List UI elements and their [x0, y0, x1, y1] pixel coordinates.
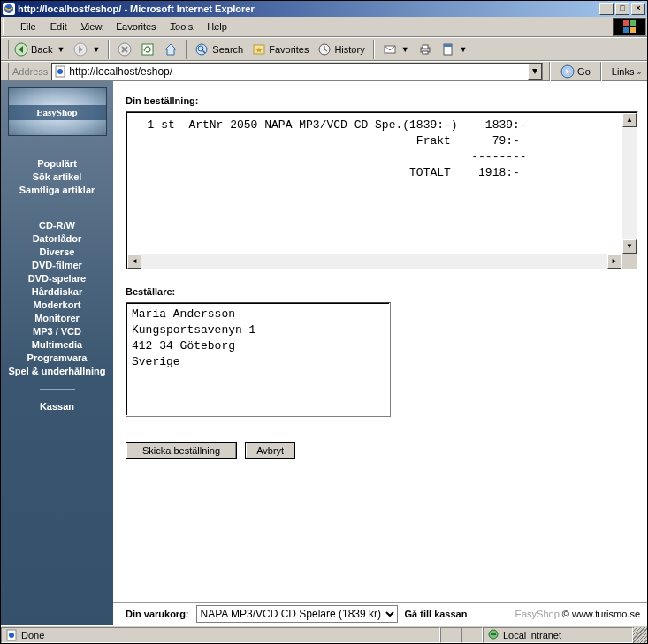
print-button[interactable] — [415, 40, 436, 58]
nav-cases[interactable]: Datorlådor — [8, 232, 105, 246]
nav-dvdplayers[interactable]: DVD-spelare — [8, 272, 105, 285]
customer-textarea[interactable]: Maria Andersson Kungsportsavenyn 1 412 3… — [126, 302, 391, 417]
search-button[interactable]: Search — [192, 40, 247, 58]
svg-rect-12 — [142, 44, 153, 55]
stop-button[interactable] — [114, 40, 135, 58]
order-summary-text[interactable]: 1 st ArtNr 2050 NAPA MP3/VCD CD Spe.(183… — [126, 112, 637, 254]
edit-button[interactable]: ▼ — [438, 40, 471, 58]
chevron-down-icon: ▼ — [55, 45, 65, 54]
links-button[interactable]: Links » — [608, 66, 644, 77]
nav-cdrw[interactable]: CD-R/W — [8, 219, 105, 232]
status-pane-2 — [440, 627, 461, 643]
nav-monitors[interactable]: Monitorer — [8, 312, 105, 325]
url-input[interactable]: http://localhost/eshop/ ▾ — [51, 63, 543, 80]
mail-button[interactable]: ▼ — [379, 40, 413, 58]
nav-group-top: Populärt Sök artikel Samtliga artiklar — [19, 157, 95, 197]
svg-rect-2 — [630, 20, 636, 26]
chevron-down-icon: ▼ — [458, 45, 468, 54]
nav-all[interactable]: Samtliga artiklar — [19, 184, 95, 197]
minimize-button[interactable]: _ — [599, 3, 614, 15]
scroll-down-icon[interactable]: ▼ — [622, 239, 637, 254]
favorites-button[interactable]: Favorites — [248, 40, 312, 58]
cart-label: Din varukorg: — [126, 609, 189, 619]
svg-point-30 — [57, 69, 63, 74]
nav-mp3vcd[interactable]: MP3 / VCD — [8, 325, 105, 338]
menu-view[interactable]: View — [74, 19, 110, 34]
scroll-up-icon[interactable]: ▲ — [622, 113, 637, 127]
status-pane-3 — [461, 627, 483, 643]
separator — [108, 40, 110, 59]
back-button[interactable]: Back ▼ — [11, 40, 68, 58]
stop-icon — [118, 42, 132, 57]
logo-text: EasyShop — [36, 107, 77, 117]
shop-logo[interactable]: EasyShop — [8, 87, 107, 136]
close-button[interactable]: × — [631, 3, 645, 15]
divider — [40, 389, 75, 390]
nav-software[interactable]: Programvara — [8, 352, 105, 365]
nav-checkout[interactable]: Kassan — [40, 400, 74, 413]
history-icon — [317, 42, 332, 57]
cart-select[interactable]: NAPA MP3/VCD CD Spelare (1839 kr) — [196, 605, 398, 623]
go-icon — [560, 64, 575, 79]
order-label: Din beställning: — [126, 95, 638, 106]
favorites-icon — [252, 42, 266, 57]
url-text: http://localhost/eshop/ — [69, 65, 172, 78]
security-zone-text: Local intranet — [503, 630, 561, 640]
nav-dvdmovies[interactable]: DVD-filmer — [8, 259, 105, 272]
edit-icon — [441, 42, 455, 57]
toolbar: Back ▼ ▼ Search Favorites History — [1, 37, 647, 61]
status-text: Done — [21, 630, 44, 640]
resize-gripper[interactable] — [633, 627, 647, 643]
cancel-button[interactable]: Avbryt — [245, 442, 295, 459]
addrbar-grip — [4, 63, 9, 80]
intranet-icon — [487, 628, 499, 642]
nav-popular[interactable]: Populärt — [19, 157, 95, 170]
send-order-button[interactable]: Skicka beställning — [126, 442, 237, 459]
nav-search[interactable]: Sök artikel — [19, 170, 95, 184]
separator — [549, 62, 551, 81]
menu-edit[interactable]: Edit — [43, 19, 74, 34]
cart-footer: Din varukorg: NAPA MP3/VCD CD Spelare (1… — [113, 602, 647, 625]
url-dropdown-button[interactable]: ▾ — [528, 64, 542, 80]
print-icon — [418, 42, 432, 57]
refresh-icon — [141, 42, 155, 57]
footer-copyright: EasyShop © www.turismo.se — [515, 609, 640, 619]
scroll-corner — [622, 254, 637, 269]
page-icon — [54, 65, 66, 78]
vertical-scrollbar[interactable]: ▲ ▼ — [622, 113, 637, 254]
titlebar: http://localhost/eshop/ - Microsoft Inte… — [1, 1, 647, 17]
scroll-right-icon[interactable]: ► — [607, 254, 621, 269]
nav-group-categories: CD-R/W Datorlådor Diverse DVD-filmer DVD… — [8, 219, 105, 378]
main-panel: Din beställning: 1 st ArtNr 2050 NAPA MP… — [113, 81, 647, 625]
menu-favorites[interactable]: Favorites — [109, 19, 163, 34]
svg-rect-3 — [623, 27, 629, 33]
mail-icon — [383, 42, 397, 57]
order-summary-box: 1 st ArtNr 2050 NAPA MP3/VCD CD Spe.(183… — [126, 111, 638, 270]
status-text-pane: Done — [1, 627, 440, 643]
window-title: http://localhost/eshop/ - Microsoft Inte… — [18, 4, 598, 14]
horizontal-scrollbar[interactable]: ◄ ► — [127, 254, 621, 269]
nav-multimedia[interactable]: Multimedia — [8, 338, 105, 352]
chevron-down-icon: ▼ — [400, 45, 409, 54]
status-bar: Done Local intranet — [1, 625, 647, 643]
address-label: Address — [12, 66, 48, 77]
page-icon — [5, 629, 18, 641]
refresh-button[interactable] — [137, 40, 158, 58]
menu-tools[interactable]: Tools — [164, 19, 201, 34]
menu-file[interactable]: File — [13, 19, 43, 34]
scroll-left-icon[interactable]: ◄ — [127, 254, 141, 269]
nav-hdd[interactable]: Hårddiskar — [8, 285, 105, 299]
home-button[interactable] — [160, 40, 181, 58]
nav-mobo[interactable]: Moderkort — [8, 299, 105, 312]
menu-help[interactable]: Help — [200, 19, 234, 34]
history-button[interactable]: History — [314, 40, 368, 58]
forward-button[interactable]: ▼ — [70, 40, 103, 58]
go-to-checkout-link[interactable]: Gå till kassan — [405, 609, 468, 619]
nav-games[interactable]: Spel & underhållning — [8, 365, 105, 378]
address-bar: Address http://localhost/eshop/ ▾ Go Lin… — [1, 61, 647, 81]
go-button[interactable]: Go — [557, 64, 594, 79]
nav-misc[interactable]: Diverse — [8, 246, 105, 259]
separator — [186, 40, 187, 59]
toolbar-grip — [4, 40, 9, 59]
maximize-button[interactable]: □ — [615, 3, 629, 15]
